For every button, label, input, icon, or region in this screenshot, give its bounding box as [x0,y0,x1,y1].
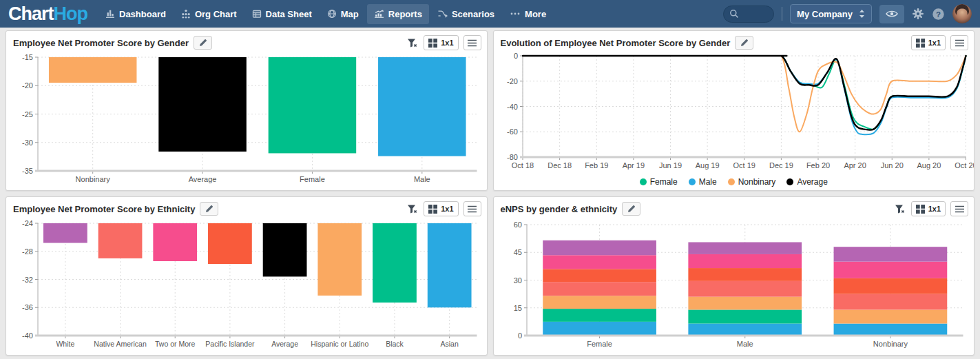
svg-text:Male: Male [736,340,753,348]
nav-item-more[interactable]: More [503,4,553,24]
more-icon [510,9,521,19]
svg-text:Two or More: Two or More [155,340,196,348]
svg-text:15: 15 [513,304,521,312]
svg-text:Asian: Asian [441,340,459,348]
search-pill[interactable] [723,6,774,23]
edit-title-button[interactable] [622,202,640,216]
company-selector[interactable]: My Company [790,4,872,23]
nav-item-data-sheet[interactable]: Data Sheet [245,4,319,24]
panel-toolbar: 1x1 [911,35,968,50]
legend-dot [640,178,647,185]
panel-menu-button[interactable] [950,35,968,50]
data-sheet-icon [252,9,262,19]
nav-item-label: Data Sheet [266,9,312,19]
panel-toolbar: 1x1 [406,35,481,50]
view-visibility-button[interactable] [879,5,904,23]
edit-title-button[interactable] [735,36,753,50]
svg-text:Jun 19: Jun 19 [658,161,681,170]
org-chart-icon [181,9,191,19]
filter-x-icon [895,204,906,214]
layout-label: 1x1 [441,205,453,213]
panel-body: 015304560FemaleMaleNonbinary [494,218,974,355]
filter-button[interactable] [406,203,419,215]
panel-enps-by-ethnicity: Employee Net Promoter Score by Ethnicity… [6,196,488,356]
svg-text:-15: -15 [22,53,33,61]
panel-menu-button[interactable] [463,35,481,50]
nav-item-reports[interactable]: Reports [367,4,429,24]
pencil-icon [740,39,749,47]
hamburger-icon [468,205,477,213]
logo-text-chart: Chart [8,3,54,24]
layout-button[interactable]: 1x1 [911,201,946,216]
svg-text:Pacific Islander: Pacific Islander [205,340,255,348]
svg-text:-32: -32 [22,276,33,284]
top-nav: ChartHop Dashboard Org Chart Data Sheet … [0,0,980,28]
legend-label: Average [797,177,827,187]
help-button[interactable]: ? [932,8,945,21]
layout-button[interactable]: 1x1 [424,35,458,50]
panel-title: Employee Net Promoter Score by Ethnicity [13,204,195,214]
panel-menu-button[interactable] [463,201,481,216]
legend-label: Female [650,177,678,187]
svg-text:Feb 19: Feb 19 [585,161,608,170]
nav-right-cluster: My Company ? [723,4,972,23]
settings-button[interactable] [912,8,924,20]
svg-text:0: 0 [517,331,521,340]
panel-enps-gender-ethnicity: eNPS by gender & ethnicity 1x1 015304560… [493,196,975,356]
question-icon: ? [932,8,945,21]
legend-label: Nonbinary [738,177,776,187]
dashboard-icon [105,9,115,19]
filter-button[interactable] [406,37,419,49]
svg-text:Nonbinary: Nonbinary [76,175,111,183]
edit-title-button[interactable] [200,202,218,216]
legend-dot [728,178,735,185]
enps-gender-ethnicity-stacked-chart: 015304560FemaleMaleNonbinary [494,218,974,355]
panel-title: eNPS by gender & ethnicity [501,204,618,214]
grid-icon [916,39,925,48]
hamburger-icon [955,39,964,47]
nav-item-label: Map [341,9,359,19]
nav-divider [782,7,782,21]
panel-enps-by-gender: Employee Net Promoter Score by Gender 1x… [6,30,488,191]
nav-item-scenarios[interactable]: Scenarios [430,4,501,24]
svg-text:Nonbinary: Nonbinary [873,340,908,348]
map-icon [327,9,337,19]
eye-icon [886,10,898,18]
hamburger-icon [468,39,477,47]
svg-text:0: 0 [513,52,517,60]
select-arrows-icon [859,9,865,19]
svg-text:Oct 19: Oct 19 [733,161,755,170]
nav-item-label: Org Chart [195,9,237,19]
svg-text:-24: -24 [22,219,33,227]
svg-text:-30: -30 [22,139,33,147]
panel-menu-button[interactable] [950,201,968,216]
nav-item-label: More [525,9,546,19]
gear-icon [912,8,924,20]
layout-button[interactable]: 1x1 [911,35,946,50]
search-input[interactable] [742,9,768,19]
layout-button[interactable]: 1x1 [424,201,458,216]
svg-text:-40: -40 [22,331,33,340]
svg-text:-80: -80 [507,153,518,161]
panel-title: Evolution of Employee Net Promoter Score… [501,38,731,48]
user-avatar[interactable] [952,4,972,23]
svg-text:Aug 20: Aug 20 [917,161,941,170]
svg-text:Male: Male [414,175,430,183]
reports-icon [374,9,384,19]
nav-item-org-chart[interactable]: Org Chart [174,4,244,24]
svg-text:-40: -40 [507,103,518,111]
legend-item-average: Average [786,177,827,187]
charthop-logo[interactable]: ChartHop [8,5,87,23]
nav-item-dashboard[interactable]: Dashboard [98,4,173,24]
panel-header: eNPS by gender & ethnicity 1x1 [494,197,974,218]
filter-button[interactable] [894,203,906,215]
svg-text:Average: Average [189,175,217,183]
svg-text:-28: -28 [22,247,33,256]
nav-item-map[interactable]: Map [320,4,366,24]
panel-title: Employee Net Promoter Score by Gender [13,38,189,48]
hamburger-icon [955,205,964,213]
filter-x-icon [407,38,418,48]
svg-text:30: 30 [513,276,521,285]
edit-title-button[interactable] [194,36,212,50]
enps-by-gender-bar-chart: -15-20-25-30-35NonbinaryAverageFemaleMal… [6,52,487,190]
